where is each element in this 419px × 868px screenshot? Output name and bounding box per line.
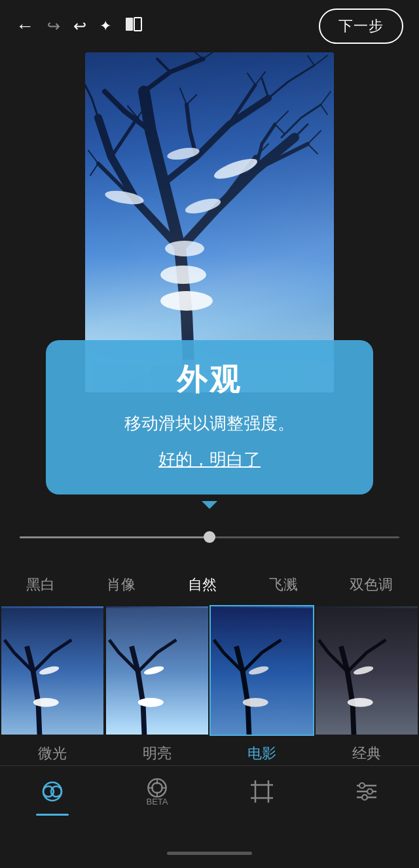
- tab-nature[interactable]: 自然: [181, 571, 223, 599]
- slider-filled: [20, 536, 210, 538]
- tab-black-white[interactable]: 黑白: [20, 571, 62, 599]
- svg-rect-1: [134, 18, 141, 31]
- filter-thumb-jingdian[interactable]: [314, 605, 419, 736]
- svg-point-17: [138, 698, 164, 707]
- adjust-icon: [352, 776, 382, 807]
- tab-portrait[interactable]: 肖像: [100, 571, 142, 599]
- toolbar: ← ↩ ↩ ✦ 下一步: [0, 0, 419, 52]
- nav-filters[interactable]: [37, 776, 67, 807]
- svg-point-46: [359, 783, 365, 788]
- slider-track[interactable]: [20, 536, 399, 538]
- compare-icon[interactable]: [124, 15, 143, 37]
- filters-icon: [37, 776, 67, 807]
- toolbar-left: ← ↩ ↩ ✦: [16, 15, 143, 37]
- svg-point-47: [367, 789, 373, 794]
- filter-thumb-weiguang[interactable]: [0, 605, 105, 736]
- svg-point-3: [160, 291, 213, 311]
- label-dianying: 电影: [247, 744, 276, 763]
- home-indicator: [167, 852, 252, 855]
- label-weiguang: 微光: [38, 744, 67, 763]
- tooltip-description: 移动滑块以调整强度。: [72, 411, 347, 436]
- tooltip-bubble: 外观 移动滑块以调整强度。 好的，明白了: [46, 340, 373, 495]
- filter-thumbnails: [0, 605, 419, 736]
- back-button[interactable]: ←: [16, 16, 34, 37]
- label-jingdian: 经典: [352, 744, 381, 763]
- crop-icon: [247, 776, 277, 807]
- label-mingguang: 明亮: [143, 744, 172, 763]
- bottom-nav: BETA: [0, 765, 419, 816]
- tab-duotone[interactable]: 双色调: [343, 571, 399, 599]
- filter-tabs: 黑白 肖像 自然 飞溅 双色调: [0, 564, 419, 605]
- svg-point-5: [165, 241, 204, 256]
- svg-point-25: [43, 782, 62, 801]
- svg-rect-0: [126, 18, 133, 31]
- nav-crop[interactable]: [247, 776, 277, 807]
- svg-point-14: [33, 698, 59, 707]
- ai-icon: BETA: [142, 776, 172, 807]
- filter-thumb-dianying[interactable]: [210, 605, 314, 736]
- magic-icon[interactable]: ✦: [100, 18, 111, 35]
- undo-icon[interactable]: ↩: [47, 17, 60, 35]
- svg-point-4: [160, 266, 206, 284]
- svg-point-48: [362, 795, 367, 800]
- tooltip-title: 外观: [72, 360, 347, 400]
- tooltip-confirm-button[interactable]: 好的，明白了: [72, 448, 347, 471]
- slider-thumb[interactable]: [204, 531, 215, 543]
- svg-point-23: [348, 698, 373, 707]
- svg-rect-34: [255, 785, 268, 798]
- filter-thumb-mingguang[interactable]: [105, 605, 210, 736]
- intensity-slider-area: [0, 523, 419, 551]
- svg-point-29: [152, 783, 162, 793]
- svg-point-20: [243, 698, 268, 707]
- redo-icon[interactable]: ↩: [73, 17, 86, 35]
- tab-splash[interactable]: 飞溅: [263, 571, 304, 599]
- nav-adjust[interactable]: [352, 776, 382, 807]
- nav-ai-beta[interactable]: BETA: [142, 776, 172, 807]
- next-button[interactable]: 下一步: [319, 9, 403, 44]
- svg-point-27: [51, 786, 62, 797]
